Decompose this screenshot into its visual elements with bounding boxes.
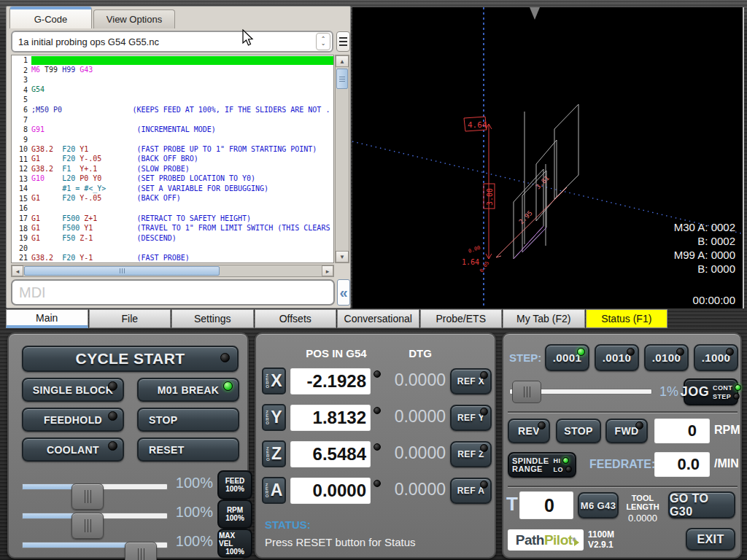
gcode-file-selector[interactable]: 1a initial probing ops G54 G55.nc ⌃⌄: [11, 31, 333, 52]
toolpath-viewport[interactable]: 4.64 3.00 1.64 0.00 0.05 2.95 3.81 M30 A…: [352, 7, 744, 308]
gcode-line-text: [31, 204, 333, 213]
dro-x-field[interactable]: -2.1928: [290, 368, 371, 394]
gcode-line: 13G10 L20 P0 Y0 (SET PROBED LOCATION TO …: [12, 174, 333, 184]
override-reset-button[interactable]: FEED100%: [217, 470, 252, 499]
exit-button[interactable]: EXIT: [686, 528, 735, 551]
jog-mode-button[interactable]: JOG CONT STEP: [684, 378, 738, 405]
feedhold-button[interactable]: FEEDHOLD: [22, 408, 124, 432]
jog-speed-slider[interactable]: [509, 389, 652, 394]
ref-a-button[interactable]: REF A: [450, 478, 492, 504]
jog-spindle-panel: STEP: .0001.0010.0100.1000 1% JOG CONT S…: [502, 332, 742, 559]
override-slider[interactable]: [22, 513, 168, 519]
gcode-horizontal-scrollbar[interactable]: ◂ ▸: [11, 265, 334, 277]
slider-handle[interactable]: [125, 542, 157, 560]
nav-tab-main[interactable]: Main: [6, 309, 88, 328]
program-counter-line: B: 0002: [674, 234, 735, 248]
vertical-scroll-thumb[interactable]: [336, 69, 348, 89]
gcode-line: 4G54: [12, 85, 333, 96]
program-counter-line: M99 A: 0000: [674, 248, 735, 262]
scroll-down-icon[interactable]: ▼: [336, 251, 349, 262]
nav-tab-settings[interactable]: Settings: [171, 309, 254, 328]
gcode-line-number: 15: [12, 195, 31, 203]
version-label: V2.9.1: [588, 540, 614, 550]
step-0100-button[interactable]: .0100: [644, 344, 689, 371]
spindle-stop-label: STOP: [564, 425, 592, 437]
override-slider[interactable]: [22, 542, 168, 548]
rpm-field[interactable]: 0: [654, 419, 710, 443]
horizontal-scroll-thumb[interactable]: [24, 266, 220, 276]
pos-header: POS IN G54: [285, 347, 387, 359]
nav-tab-file[interactable]: File: [89, 309, 171, 328]
go-to-g30-button[interactable]: GO TO G30: [668, 491, 735, 518]
dim-mid: 3.00: [486, 188, 494, 206]
zero-y-button[interactable]: ZEROY: [262, 404, 286, 431]
gcode-line-number: 1: [12, 56, 31, 64]
scroll-up-icon[interactable]: ▲: [336, 55, 349, 67]
step-0010-button[interactable]: .0010: [595, 344, 639, 371]
override-reset-button[interactable]: MAX VEL100%: [217, 529, 252, 558]
spindle-rev-button[interactable]: REV: [508, 419, 550, 443]
gcode-line: 17G1 F500 Z+1 (RETRACT TO SAFETY HEIGHT): [12, 214, 333, 224]
spindle-range-button[interactable]: SPINDLE RANGE HI LO: [508, 452, 576, 478]
override-row: 100%MAX VEL100%: [9, 531, 250, 560]
lo-label: LO: [554, 466, 563, 473]
hi-led: [562, 457, 569, 464]
program-counter-line: B: 0000: [674, 262, 735, 276]
feedhold-label: FEEDHOLD: [44, 414, 102, 426]
gcode-vertical-scrollbar[interactable]: ▲ ▼: [335, 55, 349, 263]
mdi-input[interactable]: [11, 279, 335, 306]
nav-tab-conversational[interactable]: Conversational: [337, 309, 419, 328]
tool-t-label: T: [506, 493, 518, 516]
scroll-left-icon[interactable]: ◂: [12, 265, 23, 276]
spindle-fwd-button[interactable]: FWD: [605, 419, 648, 443]
tab-gcode[interactable]: G-Code: [9, 7, 92, 28]
m01-break-button[interactable]: M01 BREAK: [137, 378, 239, 402]
dro-a-field[interactable]: 0.0000: [290, 478, 371, 504]
nav-tab-status-f1-[interactable]: Status (F1): [586, 309, 668, 328]
cycle-start-button[interactable]: CYCLE START: [22, 346, 239, 372]
override-reset-button[interactable]: RPM100%: [217, 499, 252, 529]
m01-break-led: [223, 381, 233, 391]
single-block-led: [108, 381, 117, 391]
ref-led: [480, 481, 488, 489]
override-slider[interactable]: [22, 483, 168, 490]
spindle-stop-button[interactable]: STOP: [556, 419, 601, 443]
reset-button[interactable]: RESET: [137, 438, 239, 462]
dro-led: [374, 443, 381, 451]
axis-letter: Y: [271, 408, 282, 427]
ref-z-button[interactable]: REF Z: [450, 441, 492, 467]
nav-tab-my-tab-f2-[interactable]: My Tab (F2): [503, 309, 585, 328]
dtg-y: 0.0000: [382, 407, 446, 427]
mdi-collapse-button[interactable]: «: [337, 279, 350, 306]
tab-view-options[interactable]: View Options: [93, 9, 175, 28]
ref-x-button[interactable]: REF X: [450, 368, 492, 394]
gcode-line-number: 12: [12, 165, 31, 173]
zero-a-button[interactable]: ZEROA: [262, 477, 286, 504]
feedrate-field[interactable]: 0.0: [654, 452, 710, 477]
scroll-right-icon[interactable]: ▸: [322, 265, 333, 276]
tool-number-field[interactable]: 0: [519, 491, 573, 519]
coolant-button[interactable]: COOLANT: [22, 438, 124, 462]
gcode-line-number: 18: [12, 225, 31, 233]
zero-label: ZERO: [266, 374, 270, 389]
dro-z-field[interactable]: 6.5484: [290, 441, 371, 467]
zero-x-button[interactable]: ZEROX: [262, 368, 286, 394]
step-1000-button[interactable]: .1000: [694, 344, 738, 371]
model-label: 1100M: [588, 529, 614, 540]
gcode-listing[interactable]: 12M6 T99 H99 G4334G5456;M50 P0 (KEEPS FE…: [11, 55, 334, 263]
stop-button[interactable]: STOP: [137, 408, 239, 432]
step-0001-button[interactable]: .0001: [545, 344, 589, 371]
zero-z-button[interactable]: ZEROZ: [262, 440, 286, 467]
nav-tab-probe-ets[interactable]: Probe/ETS: [420, 309, 503, 328]
nav-tab-offsets[interactable]: Offsets: [255, 309, 337, 328]
gcode-line-text: [31, 115, 333, 124]
combo-spinner-icon[interactable]: ⌃⌄: [316, 33, 330, 50]
dro-y-field[interactable]: 1.8132: [290, 405, 371, 431]
gcode-line: 16: [12, 203, 333, 214]
file-menu-button[interactable]: [336, 31, 350, 52]
single-block-button[interactable]: SINGLE BLOCK: [22, 378, 124, 402]
jog-slider-handle[interactable]: [512, 381, 541, 403]
ref-y-button[interactable]: REF Y: [450, 405, 492, 431]
ref-led: [480, 371, 488, 379]
m6-g43-button[interactable]: M6 G43: [578, 492, 619, 518]
